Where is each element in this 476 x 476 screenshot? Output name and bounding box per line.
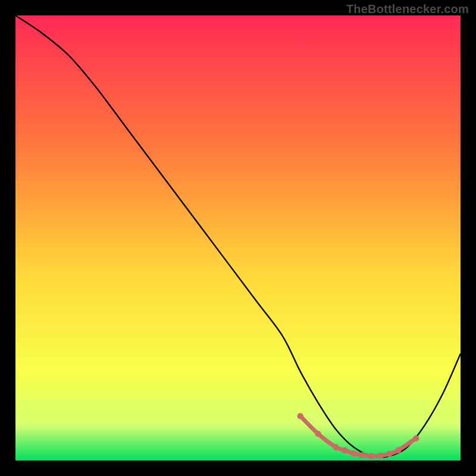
fit-marker-dot	[333, 444, 339, 450]
gradient-background	[15, 15, 461, 461]
fit-marker-dot	[377, 453, 383, 459]
fit-marker-dot	[315, 431, 321, 437]
fit-marker-dot	[368, 453, 374, 459]
fit-marker-dot	[350, 450, 356, 456]
fit-marker-dot	[386, 451, 392, 457]
fit-marker-dot	[359, 452, 365, 458]
fit-marker-dot	[298, 413, 303, 419]
watermark-text: TheBottleneсker.com	[346, 2, 469, 16]
fit-marker-dot	[413, 435, 419, 441]
fit-marker-dot	[342, 447, 347, 453]
plot-area	[15, 15, 461, 461]
bottleneck-chart	[15, 15, 461, 461]
fit-marker-dot	[395, 447, 401, 453]
chart-stage: TheBottleneсker.com	[0, 0, 476, 476]
